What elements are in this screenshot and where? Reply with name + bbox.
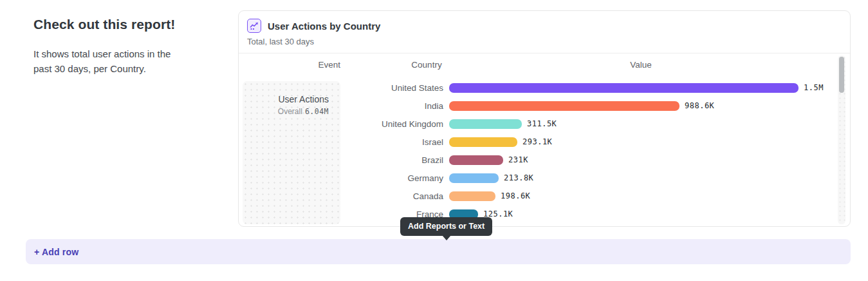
intro-block: Check out this report! It shows total us… <box>33 17 194 77</box>
country-label: Canada <box>340 191 443 201</box>
table-row: United States1.5M <box>340 79 841 97</box>
event-cell[interactable]: User Actions Overall6.04M <box>243 81 340 224</box>
add-row-button[interactable]: + Add row <box>26 239 851 264</box>
report-title[interactable]: User Actions by Country <box>268 21 380 32</box>
value-bar[interactable] <box>449 191 495 201</box>
page-description: It shows total user actions in the past … <box>33 46 185 77</box>
bar-value: 213.8K <box>504 173 533 182</box>
value-bar[interactable] <box>449 101 679 111</box>
page-title: Check out this report! <box>33 17 194 32</box>
value-bar[interactable] <box>449 155 503 165</box>
value-bar[interactable] <box>449 137 517 147</box>
value-bar[interactable] <box>449 119 522 129</box>
bar-value: 988.6K <box>685 101 714 110</box>
bar-value: 198.6K <box>501 191 530 200</box>
country-label: United Kingdom <box>340 119 443 129</box>
country-label: India <box>340 101 443 111</box>
country-label: Germany <box>340 173 443 183</box>
overall-label: Overall <box>278 107 302 116</box>
value-bar[interactable] <box>449 173 499 183</box>
table-row: Germany213.8K <box>340 169 841 187</box>
event-name: User Actions <box>243 94 329 104</box>
event-overall: Overall6.04M <box>243 107 329 116</box>
value-bar[interactable] <box>449 83 799 93</box>
report-card: User Actions by Country Total, last 30 d… <box>238 10 851 227</box>
bar-value: 311.5K <box>527 119 557 128</box>
bar-chart-rows: United States1.5MIndia988.6KUnited Kingd… <box>340 79 841 223</box>
scrollbar-thumb[interactable] <box>839 57 844 93</box>
bar-value: 231K <box>508 155 528 164</box>
table-row: United Kingdom311.5K <box>340 115 841 133</box>
table-row: Brazil231K <box>340 151 841 169</box>
column-header-country: Country <box>388 60 465 70</box>
report-card-header: User Actions by Country Total, last 30 d… <box>239 11 850 53</box>
table-row: Israel293.1K <box>340 133 841 151</box>
tooltip-label: Add Reports or Text <box>408 222 485 231</box>
add-row-label: + Add row <box>34 247 78 257</box>
column-header-value: Value <box>602 60 679 70</box>
overall-value: 6.04M <box>305 107 329 116</box>
table-row: Canada198.6K <box>340 187 841 205</box>
add-reports-tooltip: Add Reports or Text <box>400 217 492 236</box>
table-row: India988.6K <box>340 97 841 115</box>
report-table: Event Country Value User Actions Overall… <box>239 53 850 226</box>
report-subtitle: Total, last 30 days <box>247 37 842 46</box>
line-chart-icon <box>247 19 261 33</box>
country-label: Brazil <box>340 155 443 165</box>
country-label: Israel <box>340 137 443 147</box>
bar-value: 293.1K <box>522 137 552 146</box>
bar-value: 1.5M <box>804 83 824 92</box>
column-header-event: Event <box>239 60 340 70</box>
country-label: United States <box>340 83 443 93</box>
scrollbar-track[interactable] <box>838 55 845 224</box>
